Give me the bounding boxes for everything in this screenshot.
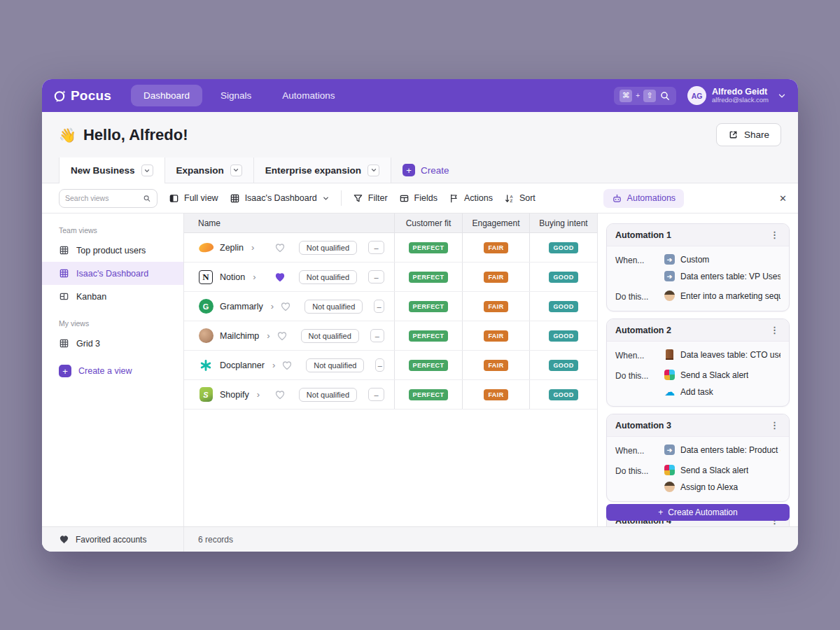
user-menu[interactable]: AG Alfredo Geidt alfredo@slack.com (687, 86, 787, 105)
kebab-menu-icon[interactable]: ⋮ (769, 325, 780, 335)
create-automation-label: Create Automation (668, 507, 737, 517)
sidebar-item-grid-3[interactable]: Grid 3 (42, 332, 183, 355)
filter-button[interactable]: Filter (353, 193, 388, 204)
kebab-menu-icon[interactable]: ⋮ (769, 420, 780, 430)
status-badge[interactable]: GOOD (549, 242, 578, 253)
status-badge[interactable]: GOOD (549, 389, 578, 400)
create-automation-button[interactable]: + Create Automation (606, 504, 790, 521)
dash-value-button[interactable]: – (368, 270, 384, 284)
favorite-heart-icon[interactable] (280, 301, 291, 312)
qualification-dropdown[interactable]: Not qualified (299, 241, 357, 255)
favorite-heart-icon[interactable] (274, 272, 286, 283)
share-label: Share (744, 130, 769, 140)
table-row[interactable]: Zeplin › Not qualified – PERFECT FAIR GO… (184, 233, 597, 262)
shopify-logo: S (198, 387, 214, 402)
search-views-input[interactable] (65, 194, 143, 202)
sort-button[interactable]: A Z Sort (504, 193, 536, 204)
customer-fit-cell: PERFECT (394, 292, 462, 321)
table-row[interactable]: G Grammarly › Not qualified – PERFECT FA… (184, 292, 597, 321)
sidebar-item-top-product-users[interactable]: Top product users (42, 239, 183, 262)
create-view-label: Create a view (78, 366, 132, 376)
nav-dashboard[interactable]: Dashboard (131, 85, 202, 106)
engagement-cell: FAIR (462, 292, 529, 321)
status-badge[interactable]: FAIR (484, 301, 507, 312)
tab-expansion[interactable]: Expansion (165, 158, 254, 183)
sidebar-item-isaacs-dashboard[interactable]: Isaac's Dashboard (42, 262, 183, 285)
expand-row-icon[interactable]: › (272, 360, 275, 370)
status-badge[interactable]: PERFECT (409, 301, 449, 312)
automation-step: Send a Slack alert (664, 370, 748, 380)
favorited-accounts-label: Favorited accounts (76, 535, 146, 545)
dash-value-button[interactable]: – (370, 329, 384, 342)
expand-row-icon[interactable]: › (257, 389, 260, 400)
automations-toggle-button[interactable]: Automations (603, 189, 684, 208)
nav-automations[interactable]: Automations (270, 85, 347, 106)
column-header-customer-fit[interactable]: Customer fit (394, 214, 462, 232)
qualification-dropdown[interactable]: Not qualified (306, 358, 364, 372)
qualification-dropdown[interactable]: Not qualified (301, 329, 359, 343)
table-row[interactable]: S Shopify › Not qualified – PERFECT FAIR… (184, 380, 597, 410)
actions-button[interactable]: Actions (449, 193, 493, 204)
favorited-accounts-toggle[interactable]: Favorited accounts (42, 527, 184, 552)
create-tab-button[interactable]: + Create (391, 158, 461, 183)
tab-label: Expansion (176, 165, 224, 176)
status-badge[interactable]: PERFECT (409, 330, 449, 342)
expand-row-icon[interactable]: › (251, 242, 254, 253)
user-meta: Alfredo Geidt alfredo@slack.com (712, 87, 769, 104)
tab-enterprise-expansion[interactable]: Enterprise expansion (254, 158, 391, 183)
column-header-buying-intent[interactable]: Buying intent (529, 214, 597, 232)
dash-value-button[interactable]: – (368, 388, 384, 401)
expand-row-icon[interactable]: › (253, 272, 255, 282)
dash-value-button[interactable]: – (375, 358, 384, 372)
favorite-heart-icon[interactable] (274, 242, 286, 253)
status-badge[interactable]: FAIR (484, 389, 507, 400)
tab-dropdown-button[interactable] (141, 164, 153, 176)
search-views-field[interactable] (59, 189, 158, 208)
status-badge[interactable]: GOOD (549, 272, 578, 283)
status-badge[interactable]: FAIR (484, 242, 507, 253)
tab-new-business[interactable]: New Business (59, 158, 165, 183)
sidebar-item-kanban[interactable]: Kanban (42, 285, 183, 308)
create-view-button[interactable]: + Create a view (42, 355, 183, 387)
tab-dropdown-button[interactable] (230, 164, 242, 176)
pocus-logo[interactable]: Pocus (53, 88, 111, 104)
name-cell: Docplanner › Not qualified – (184, 351, 394, 379)
status-badge[interactable]: PERFECT (409, 360, 449, 371)
status-badge[interactable]: PERFECT (409, 389, 449, 400)
column-header-name[interactable]: Name (184, 214, 394, 232)
status-badge[interactable]: FAIR (484, 360, 507, 371)
status-badge[interactable]: PERFECT (409, 272, 449, 283)
table-row[interactable]: Docplanner › Not qualified – PERFECT FAI… (184, 351, 597, 380)
search-shortcut[interactable]: ⌘ + ⇧ (614, 87, 676, 105)
qualification-dropdown[interactable]: Not qualified (304, 300, 363, 314)
status-badge[interactable]: GOOD (549, 360, 578, 371)
chevron-down-icon (232, 167, 239, 174)
sidebar-item-label: Top product users (76, 246, 146, 255)
nav-signals[interactable]: Signals (208, 85, 264, 106)
expand-row-icon[interactable]: › (267, 330, 270, 341)
qualification-dropdown[interactable]: Not qualified (299, 388, 357, 402)
qualification-dropdown[interactable]: Not qualified (299, 270, 357, 284)
share-button[interactable]: Share (716, 123, 781, 146)
view-selector[interactable]: Isaac's Dashboard (230, 193, 330, 204)
column-header-engagement[interactable]: Engagement (462, 214, 529, 232)
favorite-heart-icon[interactable] (281, 360, 293, 371)
kebab-menu-icon[interactable]: ⋮ (769, 230, 780, 240)
status-badge[interactable]: FAIR (484, 330, 507, 342)
dash-value-button[interactable]: – (374, 300, 384, 313)
dash-value-button[interactable]: – (368, 241, 384, 254)
fields-button[interactable]: Fields (399, 193, 438, 204)
status-badge[interactable]: GOOD (549, 330, 578, 342)
close-panel-icon[interactable]: ✕ (779, 193, 787, 204)
table-row[interactable]: Mailchimp › Not qualified – PERFECT FAIR… (184, 321, 597, 351)
automation-step: Data leaves table: CTO uses... (664, 349, 780, 360)
status-badge[interactable]: FAIR (484, 272, 507, 283)
expand-row-icon[interactable]: › (271, 301, 274, 312)
status-badge[interactable]: PERFECT (409, 242, 449, 253)
favorite-heart-icon[interactable] (274, 389, 286, 400)
full-view-button[interactable]: Full view (169, 193, 218, 204)
favorite-heart-icon[interactable] (276, 330, 288, 342)
tab-dropdown-button[interactable] (368, 164, 379, 176)
table-row[interactable]: N Notion › Not qualified – PERFECT FAIR … (184, 262, 597, 292)
status-badge[interactable]: GOOD (549, 301, 578, 312)
